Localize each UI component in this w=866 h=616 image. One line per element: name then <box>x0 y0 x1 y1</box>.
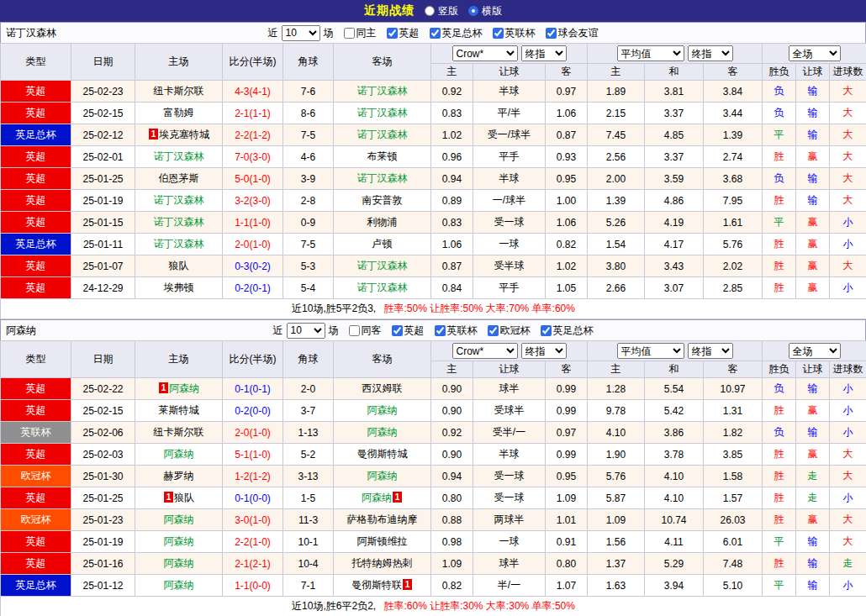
away-team-link[interactable]: 阿森纳 <box>362 492 392 503</box>
league-filter[interactable]: 英足总杯 <box>541 324 594 338</box>
score-link[interactable]: 1-2(1-2) <box>235 471 271 482</box>
league-filter[interactable]: 英联杯 <box>493 26 536 40</box>
scope-select[interactable]: 全场 <box>789 343 841 359</box>
league-filter-checkbox[interactable] <box>392 325 403 336</box>
away-team-link[interactable]: 曼彻斯特城 <box>357 448 408 460</box>
away-team-link[interactable]: 阿斯顿维拉 <box>357 535 408 547</box>
score-link[interactable]: 5-0(1-0) <box>235 173 271 185</box>
layout-option-horizontal[interactable]: 横版 <box>468 4 502 18</box>
home-team-link[interactable]: 狼队 <box>174 492 194 503</box>
same-venue-filter[interactable]: 同客 <box>349 324 382 338</box>
avg-home-odds: 1.63 <box>588 575 645 597</box>
score-link[interactable]: 3-2(3-0) <box>235 195 271 207</box>
score-link[interactable]: 0-2(0-0) <box>235 405 271 417</box>
score-link[interactable]: 4-3(4-1) <box>235 86 271 97</box>
home-team-link[interactable]: 狼队 <box>169 260 189 271</box>
score-link[interactable]: 0-3(0-2) <box>235 261 271 272</box>
league-filter[interactable]: 欧冠杯 <box>488 324 531 338</box>
league-filter-checkbox[interactable] <box>435 325 446 336</box>
away-team-link[interactable]: 诺丁汉森林 <box>357 107 408 118</box>
home-team-link[interactable]: 诺丁汉森林 <box>154 194 204 206</box>
score-link[interactable]: 2-0(1-0) <box>235 239 271 250</box>
away-team-link[interactable]: 托特纳姆热刺 <box>352 557 413 569</box>
score-link[interactable]: 1-1(1-0) <box>235 217 271 229</box>
away-team-link[interactable]: 卢顿 <box>372 238 393 250</box>
league-filter-checkbox[interactable] <box>488 325 499 336</box>
average-select[interactable]: 平均值 <box>617 343 684 359</box>
recent-count-select[interactable]: 10 <box>287 323 325 339</box>
score-link[interactable]: 3-0(1-0) <box>235 514 271 526</box>
bookmaker-select[interactable]: Crow* <box>452 343 518 359</box>
avg-stage-select[interactable]: 终指 <box>688 45 733 61</box>
radio-icon-horizontal[interactable] <box>468 6 478 16</box>
score-link[interactable]: 2-2(1-2) <box>235 129 271 141</box>
league-filter[interactable]: 英联杯 <box>435 324 478 338</box>
home-team-link[interactable]: 诺丁汉森林 <box>154 150 204 162</box>
score-link[interactable]: 5-1(1-0) <box>235 449 271 461</box>
team-name[interactable]: 诺丁汉森林 <box>6 26 56 40</box>
scope-select[interactable]: 全场 <box>789 45 841 61</box>
avg-stage-select[interactable]: 终指 <box>688 343 733 359</box>
home-team-link[interactable]: 埃弗顿 <box>164 282 194 293</box>
league-filter-checkbox[interactable] <box>541 325 552 336</box>
away-team-link[interactable]: 布莱顿 <box>367 150 398 162</box>
away-team-link[interactable]: 阿森纳 <box>367 426 398 438</box>
score-link[interactable]: 2-0(1-0) <box>235 427 271 439</box>
away-team-link[interactable]: 诺丁汉森林 <box>357 85 408 97</box>
score-link[interactable]: 2-1(2-1) <box>235 558 271 570</box>
away-team-link[interactable]: 利物浦 <box>367 216 398 228</box>
away-team-link[interactable]: 诺丁汉森林 <box>357 129 408 140</box>
league-filter-checkbox[interactable] <box>546 28 557 39</box>
same-venue-checkbox[interactable] <box>349 325 360 336</box>
column-header: 客场 <box>334 44 431 81</box>
score-link[interactable]: 0-2(0-1) <box>235 282 271 294</box>
score-link[interactable]: 2-2(1-0) <box>235 536 271 548</box>
score-link[interactable]: 1-1(0-0) <box>235 580 271 592</box>
average-select[interactable]: 平均值 <box>617 45 684 61</box>
home-team-link[interactable]: 诺丁汉森林 <box>154 216 204 228</box>
home-team-link[interactable]: 阿森纳 <box>164 557 194 569</box>
home-team-link[interactable]: 纽卡斯尔联 <box>154 426 204 438</box>
home-team-link[interactable]: 阿森纳 <box>164 579 194 591</box>
home-team-link[interactable]: 阿森纳 <box>169 382 199 394</box>
layout-option-vertical[interactable]: 竖版 <box>425 4 458 18</box>
home-team-link[interactable]: 诺丁汉森林 <box>154 238 204 250</box>
odds-stage-select[interactable]: 终指 <box>521 45 567 61</box>
away-team-link[interactable]: 南安普敦 <box>362 194 403 206</box>
odds-stage-select[interactable]: 终指 <box>521 343 567 359</box>
league-filter[interactable]: 英足总杯 <box>430 26 483 40</box>
league-filter-checkbox[interactable] <box>387 28 398 39</box>
score-link[interactable]: 0-1(0-1) <box>235 383 271 395</box>
league-filter[interactable]: 英超 <box>392 324 425 338</box>
home-team-link[interactable]: 莱斯特城 <box>159 404 199 416</box>
home-team-link[interactable]: 纽卡斯尔联 <box>154 85 204 97</box>
league-filter[interactable]: 球会友谊 <box>546 26 599 40</box>
home-team-link[interactable]: 伯恩茅斯 <box>159 172 199 184</box>
away-team-link[interactable]: 曼彻斯特联 <box>351 579 402 591</box>
home-team-link[interactable]: 埃克塞特城 <box>159 129 209 140</box>
league-filter-checkbox[interactable] <box>430 28 441 39</box>
league-filter[interactable]: 英超 <box>387 26 420 40</box>
away-team-link[interactable]: 萨格勒布迪纳摩 <box>347 513 418 525</box>
same-venue-checkbox[interactable] <box>344 28 355 39</box>
score-link[interactable]: 0-1(0-0) <box>235 492 271 504</box>
away-team-link[interactable]: 诺丁汉森林 <box>357 172 408 184</box>
away-team-link[interactable]: 阿森纳 <box>367 404 398 416</box>
away-team-link[interactable]: 诺丁汉森林 <box>357 260 408 271</box>
home-team-link[interactable]: 阿森纳 <box>164 535 194 547</box>
team-name[interactable]: 阿森纳 <box>6 324 36 338</box>
away-team-link[interactable]: 诺丁汉森林 <box>357 282 408 293</box>
bookmaker-select[interactable]: Crow* <box>452 45 518 61</box>
recent-count-select[interactable]: 10 <box>282 25 320 41</box>
league-filter-checkbox[interactable] <box>493 28 504 39</box>
same-venue-filter[interactable]: 同主 <box>344 26 377 40</box>
home-team-link[interactable]: 富勒姆 <box>164 107 194 118</box>
radio-icon-vertical[interactable] <box>425 6 435 16</box>
home-team-link[interactable]: 阿森纳 <box>164 513 194 525</box>
home-team-link[interactable]: 阿森纳 <box>164 448 194 460</box>
away-team-link[interactable]: 阿森纳 <box>367 470 398 482</box>
home-team-link[interactable]: 赫罗纳 <box>164 470 194 482</box>
score-link[interactable]: 2-1(1-1) <box>235 108 271 119</box>
away-team-link[interactable]: 西汉姆联 <box>362 382 403 394</box>
score-link[interactable]: 7-0(3-0) <box>235 151 271 163</box>
